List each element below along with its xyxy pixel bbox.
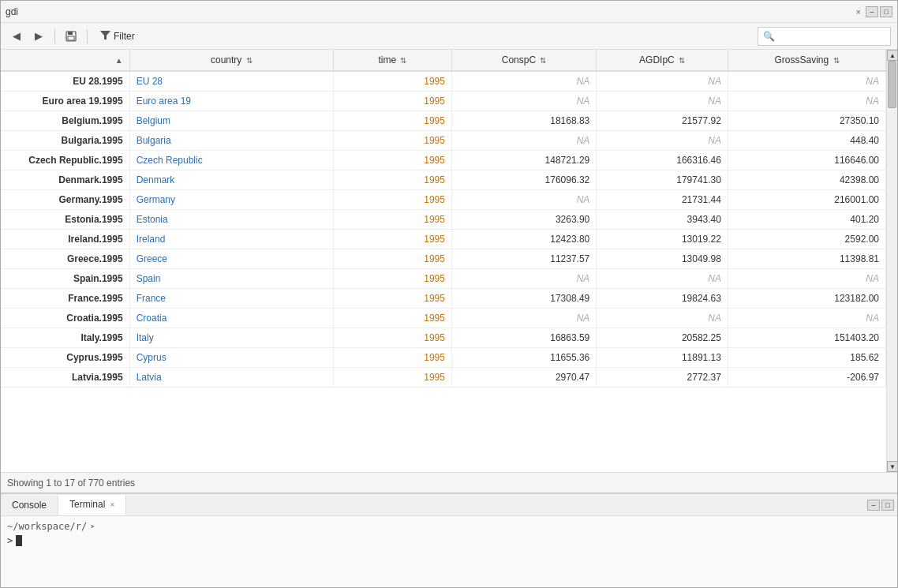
- save-button[interactable]: [62, 27, 80, 46]
- minimize-button[interactable]: –: [866, 6, 878, 17]
- cell-country[interactable]: Germany: [129, 190, 333, 210]
- tab-terminal[interactable]: Terminal ×: [58, 495, 126, 515]
- cell-agdipc: NA: [597, 131, 728, 151]
- col-header-rowname[interactable]: ▲: [1, 50, 129, 71]
- cell-country[interactable]: Czech Republic: [129, 151, 333, 170]
- cell-time: 1995: [333, 71, 451, 92]
- cell-country[interactable]: France: [129, 289, 333, 309]
- cell-country[interactable]: Belgium: [129, 111, 333, 131]
- cell-conspc: 176096.32: [451, 170, 596, 190]
- cell-conspc: NA: [451, 309, 596, 328]
- tab-terminal-close[interactable]: ×: [110, 500, 114, 509]
- cell-time: 1995: [333, 249, 451, 269]
- table-header-row: ▲ country ⇅ time ⇅ ConspC ⇅: [1, 50, 886, 71]
- title-close-btn[interactable]: ×: [851, 6, 866, 18]
- cell-country[interactable]: Latvia: [129, 368, 333, 388]
- cell-conspc: NA: [451, 131, 596, 151]
- sort-up-icon: ▲: [115, 56, 123, 65]
- cell-rowname: Belgium.1995: [1, 111, 129, 131]
- vertical-scrollbar[interactable]: ▲ ▼: [886, 50, 897, 472]
- scroll-thumb[interactable]: [888, 61, 896, 108]
- main-window: gdi × – □ ◀ ▶ Filter: [0, 0, 898, 588]
- title-bar: gdi × – □: [1, 1, 897, 23]
- cell-grosssaving: 27350.10: [728, 111, 885, 131]
- cell-country[interactable]: Cyprus: [129, 348, 333, 368]
- cell-rowname: EU 28.1995: [1, 71, 129, 92]
- console-path: ~/workspace/r/ ➤: [7, 519, 891, 535]
- filter-button[interactable]: Filter: [94, 28, 141, 44]
- scroll-track[interactable]: [887, 61, 897, 461]
- status-text: Showing 1 to 17 of 770 entries: [7, 478, 135, 489]
- table-row: Belgium.1995Belgium199518168.8321577.922…: [1, 111, 886, 131]
- cell-agdipc: NA: [597, 269, 728, 289]
- forward-button[interactable]: ▶: [29, 27, 48, 46]
- cell-rowname: Greece.1995: [1, 249, 129, 269]
- cell-grosssaving: 185.62: [728, 348, 885, 368]
- table-scroll-area[interactable]: ▲ country ⇅ time ⇅ ConspC ⇅: [1, 50, 886, 472]
- cell-country[interactable]: EU 28: [129, 71, 333, 92]
- col-header-country[interactable]: country ⇅: [129, 50, 333, 71]
- cell-grosssaving: 123182.00: [728, 289, 885, 309]
- cell-rowname: Bulgaria.1995: [1, 131, 129, 151]
- cell-country[interactable]: Spain: [129, 269, 333, 289]
- toolbar: ◀ ▶ Filter 🔍: [1, 23, 897, 50]
- console-input-row: >: [7, 535, 891, 546]
- cell-agdipc: 13049.98: [597, 249, 728, 269]
- cell-grosssaving: NA: [728, 71, 885, 92]
- toolbar-separator-2: [87, 29, 88, 43]
- back-button[interactable]: ◀: [7, 27, 26, 46]
- cell-agdipc: 13019.22: [597, 230, 728, 249]
- cell-conspc: 12423.80: [451, 230, 596, 249]
- sort-conspc-icon: ⇅: [540, 56, 546, 65]
- scroll-down-arrow[interactable]: ▼: [887, 461, 897, 472]
- col-header-agdipc[interactable]: AGDIpC ⇅: [597, 50, 728, 71]
- cell-agdipc: 166316.46: [597, 151, 728, 170]
- cell-country[interactable]: Greece: [129, 249, 333, 269]
- cell-country[interactable]: Denmark: [129, 170, 333, 190]
- filter-icon: [100, 30, 110, 42]
- table-row: Spain.1995Spain1995NANANA: [1, 269, 886, 289]
- cell-conspc: NA: [451, 71, 596, 92]
- sort-agdipc-icon: ⇅: [679, 56, 685, 65]
- bottom-win-controls: – □: [867, 500, 897, 511]
- sort-grosssaving-icon: ⇅: [833, 56, 840, 65]
- bottom-maximize-button[interactable]: □: [881, 500, 894, 511]
- svg-marker-3: [100, 31, 110, 39]
- cell-grosssaving: 2592.00: [728, 230, 885, 249]
- search-input[interactable]: [775, 31, 885, 42]
- cell-grosssaving: 401.20: [728, 210, 885, 230]
- cell-country[interactable]: Estonia: [129, 210, 333, 230]
- cell-country[interactable]: Bulgaria: [129, 131, 333, 151]
- console-prompt: >: [7, 535, 13, 546]
- cell-country[interactable]: Croatia: [129, 309, 333, 328]
- cell-conspc: 2970.47: [451, 368, 596, 388]
- cell-agdipc: NA: [597, 71, 728, 92]
- tab-console[interactable]: Console: [1, 496, 58, 515]
- col-header-grosssaving[interactable]: GrossSaving ⇅: [728, 50, 885, 71]
- cell-rowname: Spain.1995: [1, 269, 129, 289]
- cell-rowname: Ireland.1995: [1, 230, 129, 249]
- scroll-up-arrow[interactable]: ▲: [887, 50, 897, 61]
- cell-country[interactable]: Italy: [129, 328, 333, 348]
- maximize-button[interactable]: □: [880, 6, 892, 17]
- sort-time-icon: ⇅: [400, 56, 406, 65]
- cell-time: 1995: [333, 230, 451, 249]
- search-icon: 🔍: [763, 31, 775, 42]
- cell-time: 1995: [333, 328, 451, 348]
- table-row: Italy.1995Italy199516863.5920582.2515140…: [1, 328, 886, 348]
- cell-conspc: 16863.59: [451, 328, 596, 348]
- terminal-content: ~/workspace/r/ ➤ >: [1, 516, 897, 587]
- bottom-minimize-button[interactable]: –: [867, 500, 880, 511]
- col-header-time[interactable]: time ⇅: [333, 50, 451, 71]
- cell-agdipc: 2772.37: [597, 368, 728, 388]
- cell-grosssaving: 11398.81: [728, 249, 885, 269]
- col-header-conspc[interactable]: ConspC ⇅: [451, 50, 596, 71]
- cell-country[interactable]: Euro area 19: [129, 92, 333, 111]
- table-row: Germany.1995Germany1995NA21731.44216001.…: [1, 190, 886, 210]
- bottom-panel: Console Terminal × – □ ~/workspace/r/ ➤ …: [1, 492, 897, 587]
- search-box: 🔍: [758, 27, 891, 46]
- status-bar: Showing 1 to 17 of 770 entries: [1, 472, 897, 492]
- cell-country[interactable]: Ireland: [129, 230, 333, 249]
- cell-time: 1995: [333, 151, 451, 170]
- cell-grosssaving: 151403.20: [728, 328, 885, 348]
